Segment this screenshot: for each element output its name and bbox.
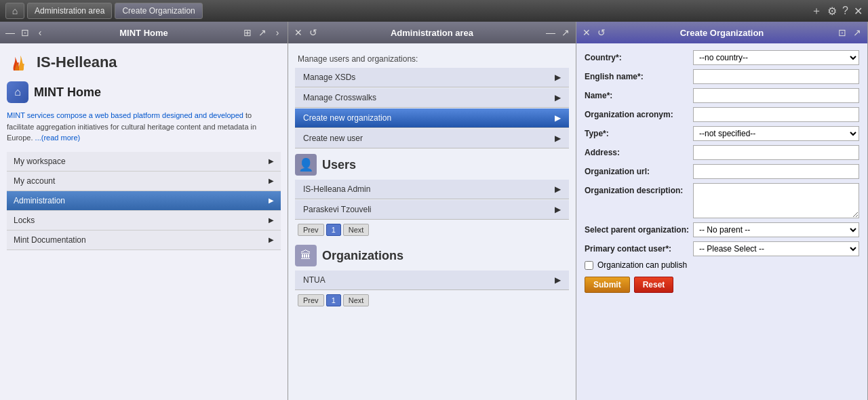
refresh-middle-icon[interactable]: ↺	[307, 27, 319, 38]
can-publish-label: Organization can publish	[597, 260, 687, 270]
form-row-org-url: Organization url:	[585, 164, 859, 179]
left-panel-body: IS-Helleana ⌂ MINT Home MINT services co…	[0, 43, 288, 400]
arrow-create-org: ▶	[555, 113, 561, 123]
nav-item-my-workspace[interactable]: My workspace ▶	[7, 152, 281, 172]
user-item-admin[interactable]: IS-Helleana Admin ▶	[295, 180, 569, 199]
logo-area: IS-Helleana	[7, 50, 281, 75]
chevron-left-icon[interactable]: ‹	[34, 27, 46, 38]
type-label: Type*:	[585, 126, 693, 138]
right-panel-header: ✕ ↺ Create Organization ⊡ ↗	[576, 22, 867, 43]
submit-button[interactable]: Submit	[585, 277, 630, 293]
orgs-next-btn[interactable]: Next	[343, 294, 370, 306]
read-more-link[interactable]: ...(read more)	[35, 134, 81, 142]
country-select[interactable]: --no country--	[693, 50, 859, 65]
menu-create-user[interactable]: Create new user ▶	[295, 129, 569, 148]
users-next-btn[interactable]: Next	[343, 224, 370, 236]
manage-label: Manage users and organizations:	[295, 50, 569, 68]
form-row-primary-contact: Primary contact user*: -- Please Select …	[585, 241, 859, 256]
arrow-create-user: ▶	[555, 134, 561, 143]
users-prev-btn[interactable]: Prev	[298, 224, 324, 236]
primary-contact-select[interactable]: -- Please Select --	[693, 241, 859, 256]
user-item-paraskevi[interactable]: Paraskevi Tzouveli ▶	[295, 200, 569, 220]
minimize-right-icon[interactable]: ⊡	[836, 27, 848, 38]
orgs-title: Organizations	[322, 249, 403, 263]
parent-org-select[interactable]: -- No parent --	[693, 222, 859, 237]
menu-manage-xsds[interactable]: Manage XSDs ▶	[295, 68, 569, 87]
address-label: Address:	[585, 145, 693, 157]
arrow-xsds: ▶	[555, 73, 561, 82]
middle-panel-header: ✕ ↺ Administration area — ↗	[288, 22, 576, 43]
right-panel-body: Country*: --no country-- English name*: …	[576, 43, 867, 400]
nav-item-locks[interactable]: Locks ▶	[7, 211, 281, 231]
left-panel-header: — ⊡ ‹ MINT Home ⊞ ↗ ›	[0, 22, 288, 43]
users-section-header: 👤 Users	[295, 154, 569, 176]
org-url-label: Organization url:	[585, 164, 693, 176]
orgs-page-1-btn[interactable]: 1	[326, 294, 341, 306]
address-input[interactable]	[693, 145, 859, 160]
expand-left-icon[interactable]: ⊞	[241, 27, 254, 38]
form-row-can-publish: Organization can publish	[585, 260, 859, 270]
form-row-parent-org: Select parent organization: -- No parent…	[585, 222, 859, 237]
users-page-1-btn[interactable]: 1	[326, 224, 341, 236]
form-row-org-desc: Organization description:	[585, 183, 859, 218]
settings-icon[interactable]: ⚙	[827, 5, 837, 18]
name-input[interactable]	[693, 88, 859, 103]
minimize-middle-icon[interactable]: —	[545, 27, 557, 38]
arrow-ntua: ▶	[555, 275, 561, 285]
nav-arrow-locks: ▶	[269, 216, 274, 224]
form-row-acronym: Organization acronym:	[585, 107, 859, 122]
tab-administration[interactable]: Administration area	[27, 3, 112, 19]
menu-manage-crosswalks[interactable]: Manage Crosswalks ▶	[295, 88, 569, 108]
form-row-name: Name*:	[585, 88, 859, 103]
reset-button[interactable]: Reset	[634, 277, 674, 293]
arrow-admin-user: ▶	[555, 184, 561, 194]
orgs-section-header: 🏛 Organizations	[295, 245, 569, 266]
middle-panel: ✕ ↺ Administration area — ↗ Manage users…	[288, 22, 576, 400]
home-button[interactable]: ⌂	[5, 3, 24, 19]
nav-item-administration[interactable]: Administration ▶	[7, 191, 281, 211]
can-publish-checkbox[interactable]	[585, 261, 593, 270]
popout-left-icon[interactable]: ↗	[256, 27, 269, 38]
popout-right-icon[interactable]: ↗	[851, 27, 863, 38]
orgs-prev-btn[interactable]: Prev	[298, 294, 324, 306]
middle-panel-body: Manage users and organizations: Manage X…	[288, 43, 576, 400]
restore-left-icon[interactable]: ⊡	[19, 27, 31, 38]
add-icon[interactable]: ＋	[811, 4, 822, 18]
close-taskbar-icon[interactable]: ✕	[854, 5, 863, 18]
nav-item-my-account[interactable]: My account ▶	[7, 172, 281, 191]
english-name-label: English name*:	[585, 69, 693, 81]
org-item-ntua[interactable]: NTUA ▶	[295, 271, 569, 290]
chevron-right-left-icon[interactable]: ›	[271, 27, 283, 38]
nav-arrow-admin: ▶	[269, 197, 274, 204]
refresh-right-icon[interactable]: ↺	[595, 27, 608, 38]
english-name-input[interactable]	[693, 69, 859, 84]
taskbar: ⌂ Administration area Create Organizatio…	[0, 0, 868, 22]
form-row-address: Address:	[585, 145, 859, 160]
logo-icon	[7, 50, 31, 75]
form-row-country: Country*: --no country--	[585, 50, 859, 65]
taskbar-icons: ＋ ⚙ ? ✕	[811, 4, 863, 18]
close-right-icon[interactable]: ✕	[580, 27, 593, 38]
minimize-left-icon[interactable]: —	[4, 27, 16, 38]
panels-area: — ⊡ ‹ MINT Home ⊞ ↗ › IS-Helleana ⌂	[0, 22, 868, 400]
acronym-input[interactable]	[693, 107, 859, 122]
primary-contact-label: Primary contact user*:	[585, 241, 693, 254]
nav-item-mint-documentation[interactable]: Mint Documentation ▶	[7, 231, 281, 250]
orgs-icon: 🏛	[295, 245, 317, 266]
org-url-input[interactable]	[693, 164, 859, 179]
arrow-paraskevi: ▶	[555, 205, 561, 214]
org-desc-label: Organization description:	[585, 183, 693, 195]
popout-middle-icon[interactable]: ↗	[559, 27, 572, 38]
org-desc-textarea[interactable]	[693, 183, 859, 218]
left-panel: — ⊡ ‹ MINT Home ⊞ ↗ › IS-Helleana ⌂	[0, 22, 288, 400]
close-middle-icon[interactable]: ✕	[292, 27, 304, 38]
arrow-crosswalks: ▶	[555, 93, 561, 102]
type-select[interactable]: --not specified--	[693, 126, 859, 141]
tab-create-organization[interactable]: Create Organization	[115, 3, 202, 19]
mint-home-heading: ⌂ MINT Home	[7, 81, 281, 103]
help-icon[interactable]: ?	[842, 5, 848, 17]
form-row-type: Type*: --not specified--	[585, 126, 859, 141]
country-label: Country*:	[585, 50, 693, 62]
orgs-pagination: Prev 1 Next	[295, 291, 569, 310]
menu-create-org[interactable]: Create new organization ▶	[295, 108, 569, 128]
